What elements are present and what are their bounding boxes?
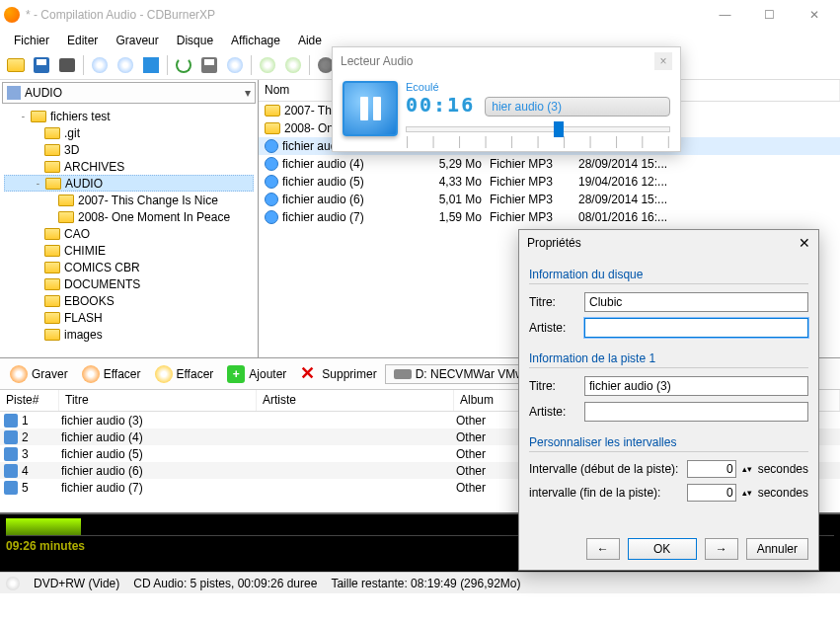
menu-affichage[interactable]: Affichage xyxy=(223,32,288,49)
player-close-button[interactable]: × xyxy=(654,52,672,70)
disc-add-button[interactable] xyxy=(114,53,137,77)
player-titlebar[interactable]: Lecteur Audio × xyxy=(333,47,680,75)
seek-slider[interactable] xyxy=(406,126,670,132)
disc-burn-icon xyxy=(260,57,275,73)
properties-dialog[interactable]: Propriétés ✕ Information du disque Titre… xyxy=(518,229,819,571)
app-button[interactable] xyxy=(139,53,163,77)
file-date: 28/09/2014 15:... xyxy=(578,193,667,206)
menu-disque[interactable]: Disque xyxy=(169,32,221,49)
ok-button[interactable]: OK xyxy=(628,538,697,560)
burn-button[interactable]: Graver xyxy=(4,363,74,385)
track-artist-input[interactable] xyxy=(584,402,808,422)
erase-label: Effacer xyxy=(104,367,141,381)
col-track[interactable]: Piste# xyxy=(0,390,59,411)
track-icon xyxy=(4,464,18,478)
gap-start-input[interactable] xyxy=(687,460,736,478)
tree-item[interactable]: CAO xyxy=(4,225,254,242)
tree-item[interactable]: 3D xyxy=(4,141,254,158)
status-bar: DVD+RW (Vide) CD Audio: 5 pistes, 00:09:… xyxy=(0,572,840,593)
separator xyxy=(309,55,310,75)
tree-label: 3D xyxy=(64,143,79,157)
gap-start-label: Intervalle (début de la piste): xyxy=(529,462,681,476)
file-row[interactable]: fichier audio (5)4,33 MoFichier MP319/04… xyxy=(259,173,840,191)
burn-disc2-button[interactable] xyxy=(281,53,305,77)
audio-player-window[interactable]: Lecteur Audio × Ecoulé 00:16 hier audio … xyxy=(332,46,681,152)
folder-tree[interactable]: -fichiers test.git3DARCHIVES-AUDIO2007- … xyxy=(0,106,258,357)
file-size: 5,01 Mo xyxy=(420,193,490,206)
menu-graveur[interactable]: Graveur xyxy=(108,32,166,49)
save-button[interactable] xyxy=(30,53,53,77)
breadcrumb[interactable]: AUDIO ▾ xyxy=(2,82,256,104)
add-button[interactable]: +Ajouter xyxy=(221,363,292,385)
copy-icon xyxy=(201,57,217,73)
menu-editer[interactable]: Editer xyxy=(59,32,106,49)
copy-button[interactable] xyxy=(197,53,221,77)
tree-item[interactable]: EBOOKS xyxy=(4,292,254,309)
prev-button[interactable]: ← xyxy=(586,538,620,560)
print-button[interactable] xyxy=(55,53,79,77)
col-title[interactable]: Titre xyxy=(59,390,257,411)
expand-icon[interactable]: - xyxy=(18,111,29,121)
spinner-icons[interactable]: ▴▾ xyxy=(742,464,752,474)
erase-button[interactable]: Effacer xyxy=(76,363,147,385)
slider-thumb[interactable] xyxy=(554,121,564,137)
tree-item[interactable]: -fichiers test xyxy=(4,108,254,124)
spinner-icons[interactable]: ▴▾ xyxy=(742,488,752,498)
file-row[interactable]: fichier audio (7)1,59 MoFichier MP308/01… xyxy=(259,208,840,226)
next-button[interactable]: → xyxy=(705,538,738,560)
tree-item[interactable]: images xyxy=(4,326,254,343)
track-album: Other xyxy=(456,464,486,478)
properties-titlebar[interactable]: Propriétés ✕ xyxy=(519,230,818,256)
disc-remove-button[interactable] xyxy=(88,53,112,77)
disc-title-input[interactable] xyxy=(584,292,808,312)
folder-icon xyxy=(265,105,280,117)
track-artist-label: Artiste: xyxy=(529,405,578,419)
disc-burn-icon xyxy=(285,57,301,73)
tree-item[interactable]: -AUDIO xyxy=(4,175,254,192)
col-artist[interactable]: Artiste xyxy=(257,390,454,411)
close-button[interactable]: ✕ xyxy=(792,1,836,29)
tree-item[interactable]: CHIMIE xyxy=(4,242,254,259)
tree-item[interactable]: ARCHIVES xyxy=(4,158,254,175)
chevron-down-icon[interactable]: ▾ xyxy=(245,86,251,100)
folder-icon xyxy=(44,312,60,324)
file-row[interactable]: fichier audio (6)5,01 MoFichier MP328/09… xyxy=(259,191,840,208)
pause-icon xyxy=(360,97,381,120)
track-icon xyxy=(4,414,18,428)
info-button[interactable] xyxy=(223,53,247,77)
properties-close-button[interactable]: ✕ xyxy=(799,235,810,251)
tree-item[interactable]: FLASH xyxy=(4,309,254,326)
file-row[interactable]: fichier audio (4)5,29 MoFichier MP328/09… xyxy=(259,155,840,173)
track-title-input[interactable] xyxy=(584,376,808,396)
file-type: Fichier MP3 xyxy=(490,210,578,224)
tree-item[interactable]: .git xyxy=(4,124,254,141)
burn-disc-button[interactable] xyxy=(256,53,279,77)
maximize-button[interactable]: ☐ xyxy=(747,1,792,29)
refresh-button[interactable] xyxy=(172,53,195,77)
tree-item[interactable]: 2008- One Moment In Peace xyxy=(4,208,254,225)
gap-end-input[interactable] xyxy=(687,484,736,502)
tree-label: fichiers test xyxy=(50,110,111,123)
seconds-label: secondes xyxy=(758,486,808,500)
cancel-button[interactable]: Annuler xyxy=(746,538,808,560)
open-button[interactable] xyxy=(4,53,28,77)
tree-item[interactable]: COMICS CBR xyxy=(4,259,254,275)
title-bar: * - Compilation Audio - CDBurnerXP — ☐ ✕ xyxy=(0,0,840,30)
separator xyxy=(251,55,252,75)
tree-item[interactable]: DOCUMENTS xyxy=(4,275,254,292)
menu-aide[interactable]: Aide xyxy=(290,32,330,49)
folder-icon xyxy=(45,178,61,190)
minimize-button[interactable]: — xyxy=(703,1,747,29)
pause-button[interactable] xyxy=(343,81,398,136)
menu-fichier[interactable]: Fichier xyxy=(6,32,57,49)
tree-item[interactable]: 2007- This Change Is Nice xyxy=(4,192,254,208)
delete-button[interactable]: ✕Supprimer xyxy=(294,363,382,385)
clear-button[interactable]: Effacer xyxy=(149,363,220,385)
slider-ticks: ||||||||||| xyxy=(406,134,670,148)
separator xyxy=(83,55,84,75)
gap-section: Personnaliser les intervalles xyxy=(529,435,808,452)
track-title: fichier audio (3) xyxy=(61,414,259,428)
disc-artist-input[interactable] xyxy=(584,318,808,338)
expand-icon[interactable]: - xyxy=(33,178,43,189)
disc-icon xyxy=(117,57,133,73)
